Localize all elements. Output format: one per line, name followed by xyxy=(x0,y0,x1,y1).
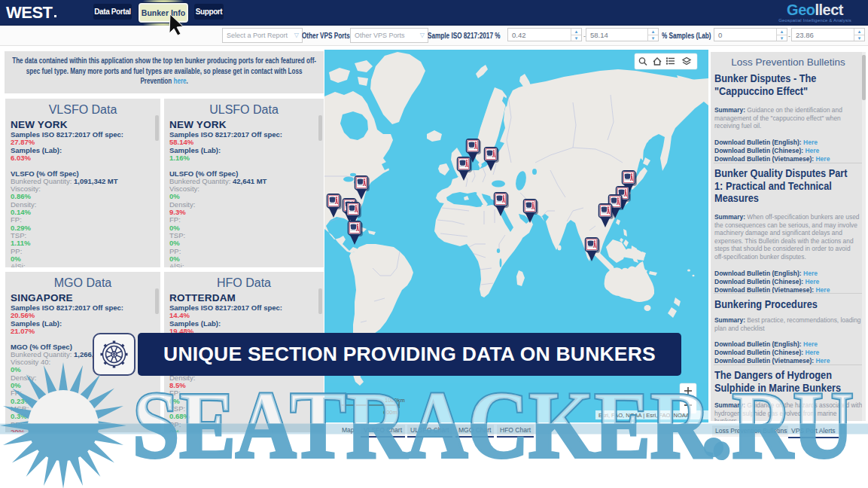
svg-text:Esri, FAO, NOAA | Esri, FAO, N: Esri, FAO, NOAA | Esri, FAO, NOAA xyxy=(598,412,690,419)
svg-text:1000km: 1000km xyxy=(385,397,405,404)
svg-text:600mi: 600mi xyxy=(383,409,399,416)
